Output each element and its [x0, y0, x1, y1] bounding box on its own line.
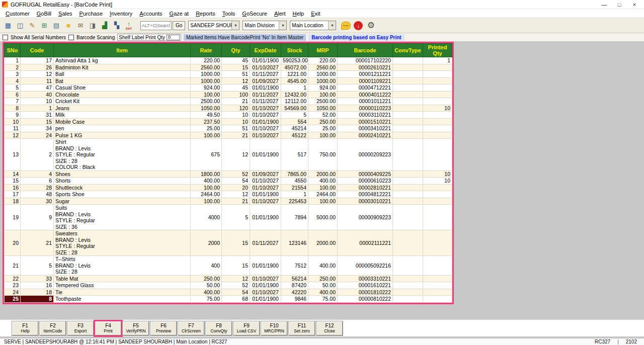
- add-grid-icon[interactable]: ⊞: [39, 20, 50, 31]
- cell[interactable]: 00004812221: [338, 191, 393, 198]
- cell[interactable]: [423, 184, 452, 191]
- go-button[interactable]: Go: [173, 21, 185, 30]
- cell[interactable]: [423, 296, 452, 303]
- exit-icon[interactable]: ↑EXIT: [123, 20, 134, 31]
- cell[interactable]: 00001211221: [338, 71, 393, 78]
- cell[interactable]: 5: [5, 84, 21, 92]
- cell[interactable]: 5: [222, 205, 250, 230]
- cell[interactable]: 11: [5, 125, 21, 132]
- cell[interactable]: 87420: [281, 282, 308, 289]
- cell[interactable]: 7894: [281, 205, 308, 230]
- cell[interactable]: 26: [21, 64, 54, 71]
- cell[interactable]: Ball: [54, 71, 191, 78]
- maximize-button[interactable]: □: [612, 2, 627, 8]
- cell[interactable]: 7512: [281, 256, 308, 276]
- cell[interactable]: 100.00: [308, 184, 338, 191]
- cell[interactable]: T--Shirts BRAND : Levis SIZE : 28: [54, 256, 191, 276]
- cell[interactable]: 00001011221: [338, 98, 393, 105]
- cell[interactable]: 00001510221: [338, 118, 393, 125]
- cell[interactable]: 7: [5, 98, 21, 105]
- cell[interactable]: 52: [222, 282, 250, 289]
- cell[interactable]: 7865.00: [281, 170, 308, 178]
- cell[interactable]: 49.50: [191, 112, 222, 119]
- cell[interactable]: Casual Shoe: [54, 84, 191, 92]
- cell[interactable]: 45072.00: [281, 64, 308, 71]
- cell[interactable]: Sugar: [54, 198, 191, 205]
- cell[interactable]: 000005092216: [338, 256, 393, 276]
- cell[interactable]: [393, 77, 423, 84]
- cell[interactable]: 16: [21, 282, 54, 289]
- cell[interactable]: 10: [423, 170, 452, 178]
- cell[interactable]: [393, 184, 423, 191]
- table-row[interactable]: 2316Tempered Glass50.005201/01/190087420…: [5, 282, 452, 289]
- table-row[interactable]: 640Chocolate100.0010001/11/202712432.001…: [5, 91, 452, 98]
- cell[interactable]: 75.00: [191, 296, 222, 303]
- cell[interactable]: 00002810221: [338, 184, 393, 191]
- fkey-f9-button[interactable]: F9Load CSV: [233, 321, 260, 335]
- cell[interactable]: 00000810222: [338, 296, 393, 303]
- cell[interactable]: [393, 205, 423, 230]
- cell[interactable]: 45122: [281, 132, 308, 139]
- cell[interactable]: 01/10/2027: [250, 105, 281, 112]
- cell[interactable]: [423, 132, 452, 139]
- cell[interactable]: [393, 91, 423, 98]
- cell[interactable]: 51: [222, 71, 250, 78]
- cell[interactable]: [423, 84, 452, 92]
- cell[interactable]: 01/10/2027: [250, 184, 281, 191]
- cell[interactable]: 9846: [281, 296, 308, 303]
- fkey-f6-button[interactable]: F6Preview: [150, 321, 177, 335]
- cell[interactable]: 01/10/2027: [250, 178, 281, 185]
- cell[interactable]: [393, 125, 423, 132]
- location-select[interactable]: Main Location ▼: [290, 21, 336, 30]
- cell[interactable]: 1221.00: [281, 71, 308, 78]
- cell[interactable]: 68: [222, 296, 250, 303]
- cell[interactable]: 12432.00: [281, 91, 308, 98]
- table-row[interactable]: 1224Pulse 1 KG100.002101/10/202745122100…: [5, 132, 452, 139]
- chat-icon[interactable]: •••: [341, 22, 351, 30]
- cell[interactable]: 00004712221: [338, 84, 393, 92]
- cell[interactable]: [393, 139, 423, 171]
- cell[interactable]: 48: [21, 191, 54, 198]
- cell[interactable]: 33: [21, 275, 54, 282]
- cell[interactable]: 100: [222, 91, 250, 98]
- menu-help[interactable]: Help: [289, 10, 308, 17]
- cell[interactable]: 1000.00: [308, 77, 338, 84]
- fkey-f12-button[interactable]: F12Close: [316, 321, 343, 335]
- cell[interactable]: 100.00: [308, 198, 338, 205]
- cell[interactable]: 16: [5, 184, 21, 191]
- cell[interactable]: 21: [222, 132, 250, 139]
- cell[interactable]: Shirt BRAND : Levis STYLE : Regular SIZE…: [54, 139, 191, 171]
- cell[interactable]: 01/09/2027: [250, 77, 281, 84]
- cell[interactable]: [393, 170, 423, 178]
- cell[interactable]: [423, 275, 452, 282]
- cell[interactable]: 2560.00: [191, 64, 222, 71]
- cell[interactable]: 12: [222, 191, 250, 198]
- cell[interactable]: 00001109221: [338, 77, 393, 84]
- cell[interactable]: 01/11/2027: [250, 91, 281, 98]
- cell[interactable]: 01/10/2027: [250, 198, 281, 205]
- division-select[interactable]: Main Division ▼: [243, 21, 287, 30]
- cell[interactable]: 15: [222, 230, 250, 256]
- table-row[interactable]: 117Ashirvad Atta 1 kg220.004501/01/19005…: [5, 57, 452, 64]
- cell[interactable]: 01/01/1900: [250, 118, 281, 125]
- panel-icon[interactable]: ◨: [87, 20, 98, 31]
- cell[interactable]: 54569.00: [281, 105, 308, 112]
- cell[interactable]: [393, 198, 423, 205]
- menu-customer[interactable]: Customer: [2, 10, 33, 17]
- table-row[interactable]: 2233Table Mat250.001201/10/202756214250.…: [5, 275, 452, 282]
- cell[interactable]: Bat: [54, 77, 191, 84]
- cell[interactable]: [393, 296, 423, 303]
- cell[interactable]: [393, 57, 423, 64]
- cell[interactable]: 12: [5, 132, 21, 139]
- cell[interactable]: 22: [5, 275, 21, 282]
- cell[interactable]: 000017102220: [338, 57, 393, 64]
- shelf-label-print-qty-input[interactable]: [167, 35, 180, 40]
- cell[interactable]: 54: [222, 289, 250, 296]
- table-row[interactable]: 1628Shuttlecock100.002001/10/20272155410…: [5, 184, 452, 191]
- menu-accounts[interactable]: Accounts: [136, 10, 166, 17]
- cell[interactable]: 924.00: [308, 84, 338, 92]
- cell[interactable]: Toothpaste: [54, 296, 191, 303]
- cell[interactable]: 9: [21, 205, 54, 230]
- cell[interactable]: 01/01/1900: [250, 256, 281, 276]
- cell[interactable]: 00002111221: [338, 230, 393, 256]
